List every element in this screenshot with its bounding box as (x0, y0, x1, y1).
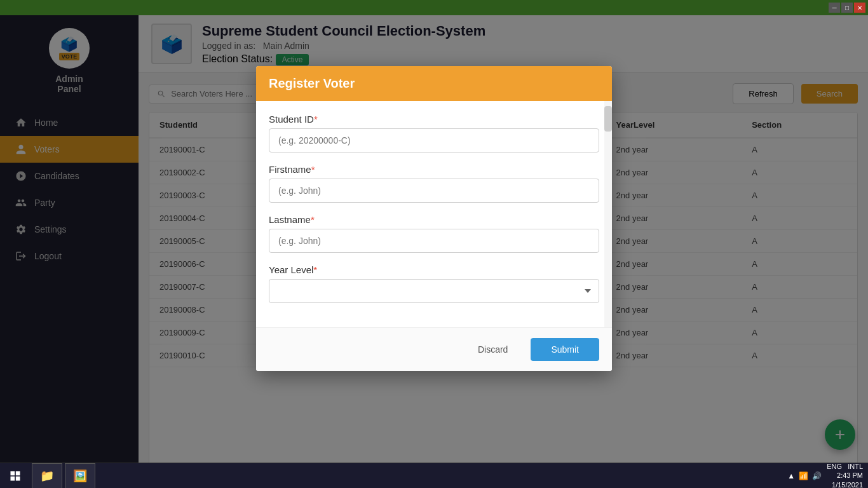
form-group-firstname: Firstname* (269, 164, 599, 203)
start-button[interactable] (0, 463, 31, 489)
submit-button[interactable]: Submit (531, 338, 599, 361)
year-level-select[interactable]: 1st year 2nd year 3rd year 4th year (269, 279, 599, 303)
modal-header: Register Voter (256, 66, 612, 101)
modal-body: Student ID* Firstname* Lastname* (256, 101, 612, 327)
modal-overlay: Register Voter Student ID* Firstname* La… (0, 15, 868, 463)
close-button[interactable]: ✕ (854, 3, 865, 13)
locale-label: INTL (848, 463, 863, 470)
window-controls: ─ □ ✕ (829, 3, 865, 13)
student-id-required: * (314, 114, 318, 125)
tray-icons: ▲ 📶 🔊 (787, 471, 822, 480)
year-level-required: * (313, 264, 317, 275)
tray-time-info: ENG INTL 2:43 PM 1/15/2021 (827, 462, 863, 488)
modal-footer: Discard Submit (256, 327, 612, 371)
firstname-required: * (311, 164, 315, 175)
taskbar-app-2[interactable]: 🖼️ (65, 463, 95, 489)
discard-button[interactable]: Discard (463, 338, 523, 361)
taskbar-tray: ▲ 📶 🔊 ENG INTL 2:43 PM 1/15/2021 (782, 462, 868, 488)
firstname-label: Firstname* (269, 164, 599, 175)
taskbar-apps: 📁 🖼️ (31, 463, 97, 489)
form-group-lastname: Lastname* (269, 214, 599, 253)
year-level-label: Year Level* (269, 264, 599, 275)
lastname-input[interactable] (269, 229, 599, 253)
firstname-input[interactable] (269, 179, 599, 203)
firstname-label-text: Firstname (269, 164, 311, 175)
taskbar-app-1[interactable]: 📁 (32, 463, 62, 489)
lastname-label: Lastname* (269, 214, 599, 225)
register-voter-modal: Register Voter Student ID* Firstname* La… (256, 66, 612, 371)
minimize-button[interactable]: ─ (829, 3, 840, 13)
tray-date: 1/15/2021 (827, 480, 863, 488)
window-titlebar: ─ □ ✕ (0, 0, 868, 15)
windows-icon (9, 470, 22, 482)
form-group-year-level: Year Level* 1st year 2nd year 3rd year 4… (269, 264, 599, 303)
year-level-label-text: Year Level (269, 264, 313, 275)
lastname-label-text: Lastname (269, 214, 311, 225)
maximize-button[interactable]: □ (841, 3, 853, 13)
modal-scroll-thumb (604, 106, 612, 132)
student-id-label: Student ID* (269, 114, 599, 125)
tray-arrow-icon: ▲ (787, 471, 795, 480)
student-id-input[interactable] (269, 128, 599, 152)
tray-speaker-icon: 🔊 (812, 471, 822, 480)
tray-language: ENG INTL (827, 462, 863, 471)
tray-network-icon: 📶 (799, 471, 808, 480)
modal-scrollbar (604, 101, 612, 327)
student-id-label-text: Student ID (269, 114, 314, 125)
taskbar: 📁 🖼️ ▲ 📶 🔊 ENG INTL 2:43 PM 1/15/2021 (0, 463, 868, 488)
form-group-student-id: Student ID* (269, 114, 599, 152)
tray-time: 2:43 PM (827, 471, 863, 480)
lastname-required: * (311, 214, 315, 225)
language-label: ENG (827, 463, 842, 470)
modal-title: Register Voter (269, 76, 355, 91)
